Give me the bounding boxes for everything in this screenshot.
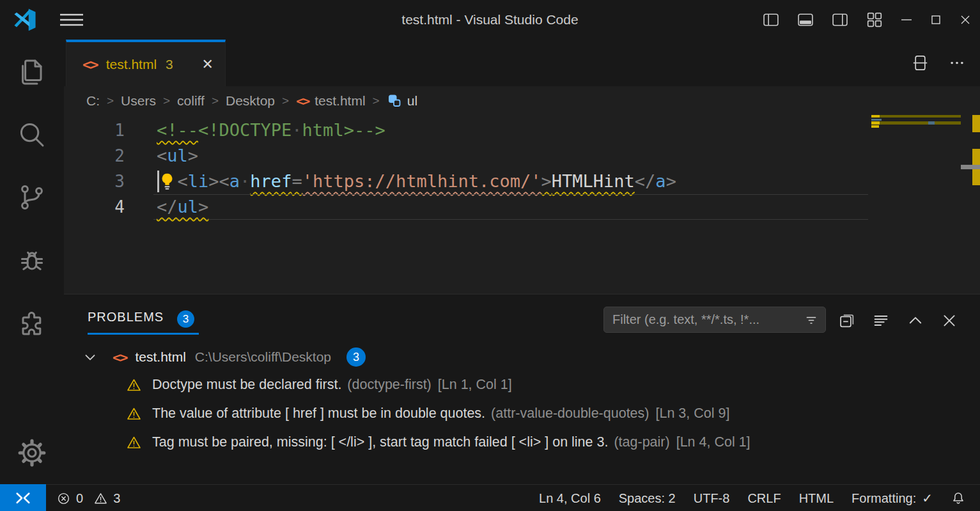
problems-file-name: test.html [136, 349, 186, 365]
eol-button[interactable]: CRLF [738, 485, 789, 511]
breadcrumb-label: test.html [315, 93, 365, 109]
filter-icon [804, 312, 819, 328]
remote-indicator-button[interactable] [0, 484, 46, 511]
minimize-icon [899, 12, 914, 27]
collapse-all-button[interactable] [872, 312, 890, 330]
problems-tree: <> test.html C:\Users\coliff\Desktop 3 D… [64, 344, 980, 457]
problem-message: The value of attribute [ href ] must be … [152, 406, 485, 422]
maximize-button[interactable] [921, 0, 951, 40]
tab-close-button[interactable]: ✕ [202, 56, 214, 73]
overview-ruler[interactable] [972, 115, 980, 294]
problems-panel: PROBLEMS 3 Filter (e.g. text, **/*.ts, !… [64, 294, 980, 484]
line-content: <li><a·href='https://htmlhint.com/'>HTML… [157, 169, 676, 194]
sidebar-item-extensions[interactable] [0, 299, 64, 349]
breadcrumb-label: ul [407, 93, 417, 109]
code-line-1[interactable]: 1<!--<!DOCTYPE·html>--> [64, 118, 980, 143]
language-mode-button[interactable]: HTML [790, 485, 843, 511]
indentation-button[interactable]: Spaces: 2 [610, 485, 685, 511]
formatting-status-button[interactable]: Formatting: ✓ [843, 485, 942, 511]
lightbulb-icon[interactable] [159, 172, 176, 191]
breadcrumb-item-ul[interactable]: ul [387, 93, 417, 109]
breadcrumb-separator: > [373, 94, 380, 108]
more-actions-button[interactable] [948, 54, 966, 72]
view-as-table-icon [838, 312, 856, 330]
formatting-check: ✓ [922, 491, 933, 506]
ellipsis-icon [948, 54, 966, 72]
sidebar-item-run-debug[interactable] [0, 236, 64, 286]
breadcrumb-item-desktop[interactable]: Desktop [226, 93, 275, 109]
status-bar-right: Ln 4, Col 6 Spaces: 2 UTF-8 CRLF HTML Fo… [530, 485, 975, 511]
breadcrumb-separator: > [212, 94, 219, 108]
split-editor-icon [912, 54, 929, 72]
toggle-secondary-sidebar-button[interactable] [823, 0, 857, 40]
view-as-table-button[interactable] [838, 312, 856, 330]
breadcrumb-item-users[interactable]: Users [121, 93, 156, 109]
tab-problems[interactable]: PROBLEMS [88, 310, 164, 324]
sidebar-item-source-control[interactable] [0, 172, 64, 222]
maximize-panel-button[interactable] [906, 312, 924, 330]
line-number: 1 [64, 118, 125, 143]
problem-rows: Doctype must be declared first.(doctype-… [64, 370, 980, 457]
problems-filter-box[interactable]: Filter (e.g. text, **/*.ts, !*... [603, 307, 826, 333]
status-problems-button[interactable]: 0 3 [56, 485, 125, 511]
cursor-position-button[interactable]: Ln 4, Col 6 [530, 485, 610, 511]
minimap[interactable] [871, 115, 961, 134]
remote-icon [13, 489, 33, 508]
tab-test-html[interactable]: <> test.html 3 ✕ [66, 40, 226, 86]
editor-actions [912, 40, 966, 86]
tab-problems-count: 3 [166, 57, 173, 72]
problems-count-badge: 3 [177, 310, 194, 328]
code-line-4[interactable]: 4</ul> [64, 194, 980, 220]
tab-label: test.html [106, 57, 157, 72]
line-number: 3 [64, 169, 125, 194]
code-editor[interactable]: 1<!--<!DOCTYPE·html>-->2<ul>3 <li><a·hre… [64, 115, 980, 294]
search-icon [17, 119, 47, 150]
notifications-button[interactable] [942, 485, 975, 511]
encoding-button[interactable]: UTF-8 [685, 485, 739, 511]
warning-count: 3 [113, 491, 120, 506]
warning-icon [126, 378, 142, 393]
problem-row-3[interactable]: Tag must be paired, missing: [ </li> ], … [64, 428, 980, 457]
layout-grid-icon [866, 11, 883, 28]
filter-input[interactable]: Filter (e.g. text, **/*.ts, !*... [612, 312, 804, 327]
breadcrumb-item-test-html[interactable]: <>test.html [296, 93, 365, 109]
warning-icon [126, 435, 142, 450]
editor-tab-bar: <> test.html 3 ✕ [64, 40, 980, 86]
code-line-3[interactable]: 3 <li><a·href='https://htmlhint.com/'>HT… [64, 169, 980, 194]
file-problems-count-badge: 3 [346, 347, 366, 367]
close-window-button[interactable] [951, 0, 980, 40]
breadcrumb-item-c-[interactable]: C: [86, 93, 100, 109]
breadcrumb-item-coliff[interactable]: coliff [177, 93, 205, 109]
line-content: </ul> [157, 194, 208, 220]
problems-file-group[interactable]: <> test.html C:\Users\coliff\Desktop 3 [64, 344, 980, 370]
html-file-icon: <> [113, 349, 127, 365]
problem-row-1[interactable]: Doctype must be declared first.(doctype-… [64, 370, 980, 399]
settings-gear-button[interactable] [0, 428, 64, 478]
title-bar: test.html - Visual Studio Code [0, 0, 980, 40]
files-icon [17, 57, 47, 88]
sidebar-item-search[interactable] [0, 110, 64, 160]
customize-layout-button[interactable] [857, 0, 892, 40]
breadcrumb-separator: > [163, 94, 170, 108]
close-panel-button[interactable] [940, 312, 958, 330]
status-bar: 0 3 Ln 4, Col 6 Spaces: 2 UTF-8 CRLF HTM… [0, 484, 980, 511]
minimize-button[interactable] [892, 0, 921, 40]
problem-message: Doctype must be declared first. [152, 377, 341, 393]
problem-row-2[interactable]: The value of attribute [ href ] must be … [64, 399, 980, 428]
toggle-primary-sidebar-button[interactable] [754, 0, 788, 40]
source-control-icon [17, 182, 47, 213]
line-content: <!--<!DOCTYPE·html>--> [157, 118, 385, 143]
toggle-panel-button[interactable] [788, 0, 823, 40]
split-editor-button[interactable] [912, 54, 929, 72]
extensions-puzzle-icon [17, 309, 47, 339]
code-lines: 1<!--<!DOCTYPE·html>-->2<ul>3 <li><a·hre… [64, 118, 980, 220]
error-count: 0 [76, 491, 83, 506]
problem-location: [Ln 3, Col 9] [655, 406, 729, 422]
formatting-label: Formatting: [852, 491, 916, 506]
sidebar-item-explorer[interactable] [0, 47, 64, 97]
problems-file-path: C:\Users\coliff\Desktop [195, 349, 331, 365]
code-line-2[interactable]: 2<ul> [64, 143, 980, 169]
scrollbar-marker[interactable] [961, 165, 980, 169]
chevron-down-icon [82, 349, 98, 365]
layout-panel-icon [797, 12, 814, 27]
